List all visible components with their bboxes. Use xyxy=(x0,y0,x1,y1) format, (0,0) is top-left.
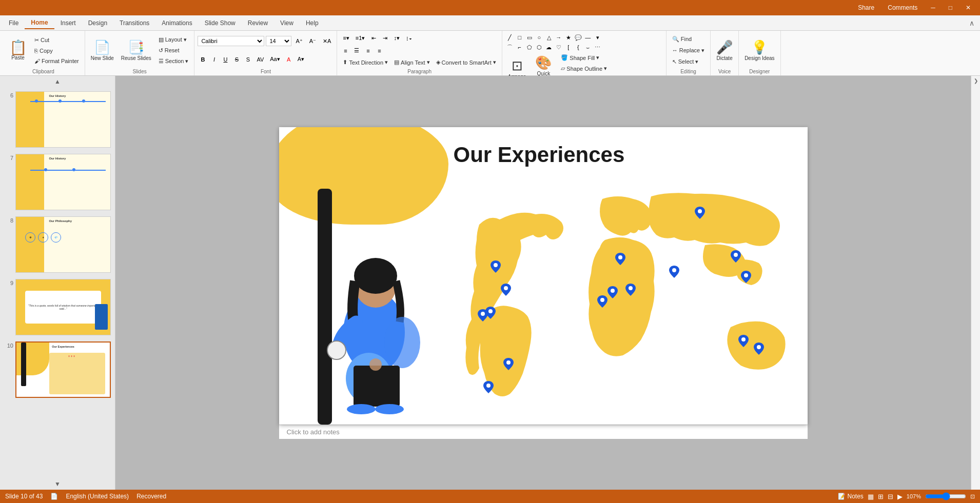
font-name-select[interactable]: Calibri xyxy=(198,36,264,46)
convert-smartart-button[interactable]: ◈ Convert to SmartArt ▾ xyxy=(434,57,499,67)
slide-thumb-10[interactable]: 10 Our Experiences 📍📍📍 xyxy=(0,337,115,400)
shape-brace[interactable]: { xyxy=(574,43,583,52)
zoom-slider[interactable] xyxy=(925,492,966,500)
align-text-button[interactable]: ▤ Align Text ▾ xyxy=(391,57,433,67)
find-button[interactable]: 🔍 Find xyxy=(670,34,707,44)
shape-hexagon[interactable]: ⬡ xyxy=(535,43,544,52)
svg-rect-6 xyxy=(354,366,400,407)
replace-button[interactable]: ↔ Replace ▾ xyxy=(670,46,707,55)
tab-review[interactable]: Review xyxy=(242,17,274,29)
slide-thumb-8[interactable]: 8 Our Philosophy 👁 ☀ 💎 xyxy=(0,212,115,275)
notes-button[interactable]: 📝 Notes xyxy=(838,493,864,500)
shape-right-arrow[interactable]: → xyxy=(554,33,563,42)
justify-button[interactable]: ≡ xyxy=(374,47,384,55)
slide-thumb-6[interactable]: 6 Our History xyxy=(0,87,115,150)
layout-button[interactable]: ▤ Layout ▾ xyxy=(156,35,191,45)
slideshow-button[interactable]: ▶ xyxy=(897,493,903,500)
tab-slideshow[interactable]: Slide Show xyxy=(199,17,242,29)
copy-button[interactable]: ⎘ Copy xyxy=(32,46,82,55)
shape-line[interactable]: ╱ xyxy=(505,33,515,42)
align-left-button[interactable]: ≡ xyxy=(340,47,350,55)
shape-arc[interactable]: ⌣ xyxy=(583,43,593,52)
text-direction-button[interactable]: ⬆ Text Direction ▾ xyxy=(340,57,390,67)
highlight-color-button[interactable]: A▾ xyxy=(295,55,307,64)
tab-design[interactable]: Design xyxy=(82,17,113,29)
tab-help[interactable]: Help xyxy=(300,17,325,29)
slide-sorter-button[interactable]: ⊞ xyxy=(878,493,884,500)
bullets-button[interactable]: ≡▾ xyxy=(340,34,351,43)
canvas-area[interactable]: Our Experiences xyxy=(115,76,971,490)
font-group: Calibri 14 A⁺ A⁻ ✕A B I U S S AV Aa▾ A A… xyxy=(194,31,337,75)
tab-animations[interactable]: Animations xyxy=(155,17,198,29)
bold-button[interactable]: B xyxy=(198,55,208,64)
reuse-slides-button[interactable]: 📑 Reuse Slides xyxy=(119,38,154,63)
change-case-button[interactable]: Aa▾ xyxy=(267,55,282,64)
reading-view-button[interactable]: ⊟ xyxy=(888,493,893,500)
format-painter-button[interactable]: 🖌 Format Painter xyxy=(32,56,82,66)
collapse-right-arrow[interactable]: ❯ xyxy=(974,78,978,84)
section-button[interactable]: ☰ Section ▾ xyxy=(156,56,191,66)
shape-fill-button[interactable]: 🪣 Shape Fill ▾ xyxy=(558,53,612,63)
font-size-select[interactable]: 14 xyxy=(266,36,291,46)
maximize-button[interactable]: □ xyxy=(945,3,956,12)
svg-point-14 xyxy=(506,360,511,365)
center-button[interactable]: ☰ xyxy=(351,46,362,55)
align-right-button[interactable]: ≡ xyxy=(363,47,373,55)
underline-button[interactable]: U xyxy=(220,55,230,64)
comments-button[interactable]: Comments xyxy=(884,3,922,12)
minimize-button[interactable]: ─ xyxy=(927,3,939,12)
shape-heart[interactable]: ♡ xyxy=(554,43,563,52)
tab-transitions[interactable]: Transitions xyxy=(113,17,155,29)
shape-oval[interactable]: ○ xyxy=(535,33,544,42)
design-ideas-button[interactable]: 💡 Design Ideas xyxy=(742,38,777,63)
shape-connector[interactable]: ⌐ xyxy=(515,43,524,52)
slide-thumb-7[interactable]: 7 Our History xyxy=(0,150,115,212)
shape-bracket[interactable]: [ xyxy=(564,43,573,52)
close-button[interactable]: ✕ xyxy=(962,3,975,12)
normal-view-button[interactable]: ▦ xyxy=(868,493,874,500)
tab-insert[interactable]: Insert xyxy=(54,17,82,29)
shape-rect[interactable]: □ xyxy=(515,33,524,42)
shape-more[interactable]: ▾ xyxy=(593,33,602,42)
shape-cloud[interactable]: ☁ xyxy=(544,43,554,52)
new-slide-button[interactable]: 📄 New Slide xyxy=(88,38,116,63)
slide-thumb-9[interactable]: 9 "This is a quote, words full of wisdom… xyxy=(0,275,115,337)
increase-indent-button[interactable]: ⇥ xyxy=(380,34,390,43)
collapse-ribbon-button[interactable]: ∧ xyxy=(966,18,977,28)
dictate-button[interactable]: 🎤 Dictate xyxy=(714,38,735,63)
tab-file[interactable]: File xyxy=(3,17,25,29)
cut-button[interactable]: ✂ Cut xyxy=(32,35,82,45)
shape-curve[interactable]: ⌒ xyxy=(505,43,515,52)
decrease-font-button[interactable]: A⁻ xyxy=(307,37,319,46)
italic-button[interactable]: I xyxy=(209,55,219,64)
shape-line2[interactable]: — xyxy=(583,33,593,42)
share-button[interactable]: Share xyxy=(854,3,878,12)
font-color-button[interactable]: A xyxy=(284,55,294,64)
numbering-button[interactable]: ≡1▾ xyxy=(353,34,368,43)
notes-bar[interactable]: Click to add notes xyxy=(279,425,808,439)
scroll-up-arrow[interactable]: ▲ xyxy=(0,76,115,87)
shape-more2[interactable]: ⋯ xyxy=(593,43,602,52)
shape-star[interactable]: ★ xyxy=(564,33,573,42)
line-spacing-button[interactable]: ↕▾ xyxy=(391,34,402,43)
shape-pentagon[interactable]: ⬠ xyxy=(525,43,534,52)
shape-outline-button[interactable]: ▱ Shape Outline ▾ xyxy=(558,64,612,73)
shape-triangle[interactable]: △ xyxy=(544,33,554,42)
shape-rounded-rect[interactable]: ▭ xyxy=(525,33,534,42)
increase-font-button[interactable]: A⁺ xyxy=(293,37,305,46)
columns-button[interactable]: ⫶▾ xyxy=(403,34,415,43)
tab-home[interactable]: Home xyxy=(25,17,54,29)
scroll-down-arrow[interactable]: ▼ xyxy=(0,478,115,490)
strikethrough-button[interactable]: S xyxy=(231,55,242,64)
decrease-indent-button[interactable]: ⇤ xyxy=(368,34,379,43)
shadow-button[interactable]: S xyxy=(243,55,253,64)
reset-button[interactable]: ↺ Reset xyxy=(156,46,191,55)
char-spacing-button[interactable]: AV xyxy=(254,55,266,64)
svg-point-15 xyxy=(486,384,491,388)
select-button[interactable]: ↖ Select ▾ xyxy=(670,57,707,67)
shape-callout[interactable]: 💬 xyxy=(574,33,583,42)
tab-view[interactable]: View xyxy=(274,17,300,29)
clear-format-button[interactable]: ✕A xyxy=(320,37,334,46)
paste-button[interactable]: 📋 Paste xyxy=(5,39,31,62)
fit-slide-button[interactable]: ⊡ xyxy=(970,493,975,500)
